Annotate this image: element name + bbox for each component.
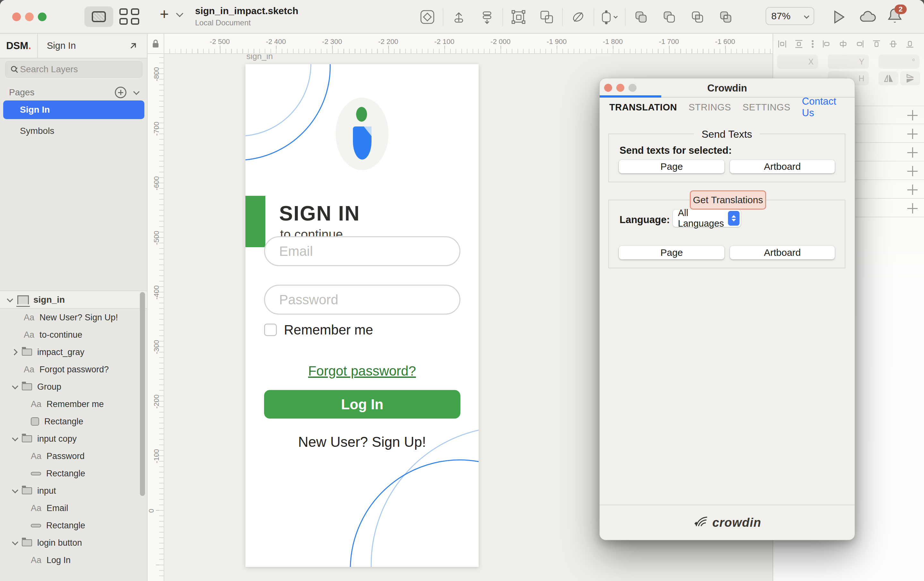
window-zoom-button[interactable]: [38, 13, 46, 21]
boolean-union-icon[interactable]: [631, 7, 651, 26]
move-forward-icon[interactable]: [449, 7, 469, 26]
move-backward-icon[interactable]: [477, 7, 497, 26]
layer-row[interactable]: AaNew User? Sign Up!: [0, 309, 147, 326]
add-style-button[interactable]: [908, 203, 917, 214]
ruler-tick-label: -200: [152, 394, 161, 409]
pages-collapse-chevron-icon[interactable]: [133, 89, 140, 95]
layer-row[interactable]: AaEmail: [0, 500, 147, 517]
chevron-right-icon[interactable]: [11, 349, 18, 355]
boolean-subtract-icon[interactable]: [660, 7, 679, 26]
distribute-horizontally-icon[interactable]: [778, 40, 787, 48]
layer-row[interactable]: Rectangle: [0, 413, 147, 430]
dsm-plugin-tab[interactable]: DSM.: [0, 34, 38, 58]
sidebar-page-item[interactable]: Symbols: [3, 122, 144, 140]
boolean-intersect-icon[interactable]: [688, 7, 707, 26]
crowdin-plugin-window[interactable]: Crowdin TRANSLATIONSTRINGSSETTINGSContac…: [599, 78, 855, 540]
preview-play-button[interactable]: [833, 10, 846, 26]
crowdin-tab-strings[interactable]: STRINGS: [688, 102, 731, 113]
zoom-level-dropdown[interactable]: 87%: [766, 7, 814, 25]
distribute-vertically-icon[interactable]: [794, 40, 804, 48]
sidebar-page-item[interactable]: Sign In: [3, 101, 144, 119]
layer-row[interactable]: Aato-continue: [0, 326, 147, 343]
artboard-layer-header[interactable]: sign_in: [0, 290, 147, 309]
window-minimize-button[interactable]: [25, 13, 34, 21]
canvas-view-toggle[interactable]: [84, 7, 113, 27]
contact-us-link[interactable]: Contact Us: [802, 96, 845, 119]
current-page-tab[interactable]: Sign In: [38, 34, 147, 58]
layer-row[interactable]: input: [0, 482, 147, 500]
align-top-icon[interactable]: [872, 40, 881, 48]
email-field[interactable]: [264, 236, 460, 266]
add-style-button[interactable]: [908, 147, 917, 157]
crowdin-tab-settings[interactable]: SETTINGS: [743, 102, 790, 113]
resize-icon[interactable]: [600, 7, 619, 26]
boolean-difference-icon[interactable]: [716, 7, 735, 26]
align-left-icon[interactable]: [822, 40, 831, 48]
align-middle-vertical-icon[interactable]: [889, 40, 898, 48]
remember-me-checkbox[interactable]: [264, 324, 277, 336]
add-style-button[interactable]: [908, 129, 917, 139]
language-dropdown[interactable]: All Languages: [673, 210, 741, 227]
window-close-button[interactable]: [12, 13, 21, 21]
height-field-label: H: [858, 74, 864, 83]
layer-row[interactable]: AaRemember me: [0, 396, 147, 413]
crowdin-logo-icon: [693, 515, 709, 531]
more-options-icon[interactable]: [811, 40, 814, 48]
rotation-field[interactable]: °: [878, 55, 919, 69]
align-center-horizontal-icon[interactable]: [839, 40, 848, 48]
send-page-button[interactable]: Page: [619, 160, 724, 173]
crowdin-tab-translation[interactable]: TRANSLATION: [609, 102, 677, 113]
get-translations-button[interactable]: Get Translations: [690, 190, 766, 210]
flip-vertical-button[interactable]: [900, 71, 920, 85]
search-input[interactable]: [20, 64, 138, 74]
ungroup-icon[interactable]: [537, 7, 556, 26]
cloud-share-button[interactable]: [858, 10, 876, 25]
align-right-icon[interactable]: [855, 40, 864, 48]
layer-row[interactable]: AaForgot password?: [0, 361, 147, 378]
layer-row[interactable]: login button: [0, 534, 147, 551]
sidebar-scrollbar[interactable]: [140, 292, 145, 496]
log-in-button[interactable]: Log In: [264, 390, 460, 419]
x-position-field[interactable]: X: [777, 55, 818, 69]
chevron-down-icon[interactable]: [12, 539, 18, 545]
send-texts-section: Send Texts Send texts for selected: Page…: [608, 134, 845, 182]
chevron-down-icon[interactable]: [12, 383, 18, 389]
group-icon[interactable]: [509, 7, 528, 26]
ruler-tick-label: -1 900: [547, 38, 567, 46]
send-artboard-button[interactable]: Artboard: [730, 160, 835, 173]
symbol-icon[interactable]: [418, 7, 437, 26]
insert-button[interactable]: +: [160, 5, 169, 23]
open-external-icon[interactable]: [128, 41, 138, 51]
add-style-button[interactable]: [908, 166, 917, 176]
get-artboard-button[interactable]: Artboard: [730, 246, 835, 259]
no-fill-icon[interactable]: [569, 7, 588, 26]
forgot-password-link[interactable]: Forgot password?: [246, 363, 478, 379]
layer-row[interactable]: AaPassword: [0, 447, 147, 465]
layer-row[interactable]: Rectangle: [0, 465, 147, 482]
sign-up-text[interactable]: New User? Sign Up!: [246, 434, 478, 450]
artboard-title[interactable]: sign_in: [246, 54, 273, 61]
layer-row[interactable]: Group: [0, 378, 147, 396]
layer-row[interactable]: Rectangle: [0, 517, 147, 534]
artboard[interactable]: SIGN IN to continue Remember me Forgot p…: [246, 64, 478, 567]
search-layers-field[interactable]: [5, 61, 142, 78]
chevron-down-icon[interactable]: [12, 487, 18, 493]
chevron-down-icon[interactable]: [7, 296, 13, 302]
password-field[interactable]: [264, 285, 460, 315]
insert-chevron-icon[interactable]: [177, 11, 182, 17]
y-position-field[interactable]: Y: [828, 55, 869, 69]
chevron-down-icon[interactable]: [12, 435, 18, 441]
add-style-button[interactable]: [908, 110, 917, 120]
add-page-button[interactable]: [115, 87, 126, 98]
layer-row[interactable]: impact_gray: [0, 343, 147, 361]
lock-icon[interactable]: [152, 39, 160, 48]
toolbar-divider: [594, 8, 594, 26]
grid-view-toggle[interactable]: [119, 8, 140, 25]
add-style-button[interactable]: [908, 185, 917, 195]
layer-row[interactable]: AaLog In: [0, 551, 147, 569]
dropdown-stepper-icon[interactable]: [728, 211, 739, 226]
align-bottom-icon[interactable]: [906, 40, 914, 48]
get-page-button[interactable]: Page: [619, 246, 724, 259]
layer-row[interactable]: input copy: [0, 430, 147, 447]
flip-horizontal-button[interactable]: [878, 71, 898, 85]
